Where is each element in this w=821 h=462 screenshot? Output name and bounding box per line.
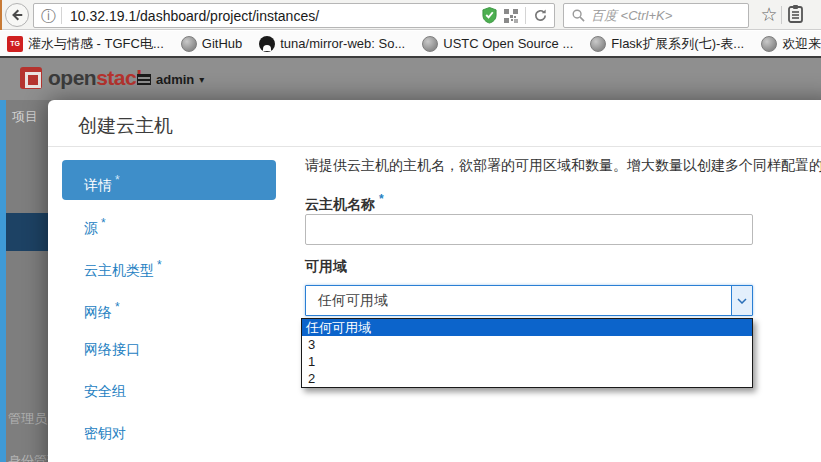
url-bar[interactable]: ⓘ 10.32.19.1/dashboard/project/instances…: [33, 3, 555, 28]
availability-zone-dropdown: 任何可用域312: [301, 318, 753, 388]
sidebar-active-item[interactable]: [6, 213, 48, 251]
required-asterisk: [375, 196, 384, 212]
modal-content: 请提供云主机的主机名，欲部署的可用区域和数量。增大数量以创建多个同样配置的云主机…: [305, 100, 821, 462]
favicon: [590, 36, 606, 52]
tab-label: 网络: [84, 304, 112, 320]
required-asterisk: [98, 220, 106, 236]
bookmark-label: Flask扩展系列(七)-表...: [611, 35, 744, 53]
modal-tab[interactable]: 网络接口: [62, 328, 276, 370]
tab-label: 网络接口: [84, 341, 140, 357]
dropdown-option[interactable]: 1: [302, 353, 752, 370]
sidebar-item-project[interactable]: 项目: [12, 108, 38, 126]
required-asterisk: [112, 304, 120, 320]
openstack-wordmark: openstack: [48, 66, 147, 90]
modal-tab[interactable]: 详情: [62, 160, 276, 200]
bookmark-label: 欢迎来到Flask的世...: [782, 35, 821, 53]
instance-name-label: 云主机名称: [305, 192, 384, 214]
modal-tab-list: 详情 源 云主机类型 网络 网络接口 安全组 密钥对: [62, 160, 276, 454]
bookmark-label: GitHub: [202, 36, 242, 51]
browser-toolbar: ⓘ 10.32.19.1/dashboard/project/instances…: [0, 0, 821, 30]
modal-tab[interactable]: 源: [62, 202, 276, 244]
favicon: [7, 36, 23, 52]
tab-label: 详情: [84, 177, 112, 193]
availability-zone-label: 可用域: [305, 258, 347, 276]
bookmark-label: USTC Open Source ...: [443, 36, 573, 51]
openstack-logo[interactable]: openstack: [20, 66, 147, 90]
sidebar-accent-strip: [0, 100, 6, 462]
user-name: admin: [156, 72, 194, 87]
site-info-icon[interactable]: ⓘ: [34, 8, 61, 23]
back-arrow-icon: [10, 8, 24, 22]
bookmarks-menu-icon[interactable]: [787, 4, 809, 26]
reload-icon[interactable]: [533, 8, 548, 23]
bookmark-item[interactable]: 欢迎来到Flask的世...: [761, 35, 821, 53]
search-input[interactable]: 百度 <Ctrl+K>: [563, 3, 749, 28]
window-edge: [0, 0, 2, 30]
shield-icon[interactable]: [482, 7, 497, 24]
qr-code-icon[interactable]: [504, 9, 518, 23]
selected-value: 任何可用域: [306, 292, 731, 310]
openstack-header: openstack admin ▾: [0, 56, 821, 100]
required-asterisk: [154, 262, 162, 278]
instance-name-input[interactable]: [305, 214, 753, 245]
tab-label: 源: [84, 220, 98, 236]
tab-label: 云主机类型: [84, 262, 154, 278]
bookmark-star-icon[interactable]: ☆: [757, 2, 781, 28]
availability-zone-select[interactable]: 任何可用域: [305, 285, 753, 316]
user-menu[interactable]: admin ▾: [137, 72, 204, 87]
url-text[interactable]: 10.32.19.1/dashboard/project/instances/: [62, 8, 482, 24]
favicon: [422, 36, 438, 52]
bookmarks-bar: 灌水与情感 - TGFC电... GitHub tuna/mirror-web:…: [0, 31, 821, 56]
dropdown-option[interactable]: 任何可用域: [302, 319, 752, 336]
bookmark-item[interactable]: GitHub: [181, 36, 242, 52]
tab-label: 密钥对: [84, 425, 126, 441]
search-icon: [572, 9, 585, 22]
favicon: [259, 36, 275, 52]
favicon: [761, 36, 777, 52]
modal-tab[interactable]: 密钥对: [62, 412, 276, 454]
modal-title: 创建云主机: [78, 113, 173, 139]
bookmark-item[interactable]: tuna/mirror-web: So...: [259, 36, 405, 52]
modal-tab[interactable]: 安全组: [62, 370, 276, 412]
modal-tab[interactable]: 云主机类型: [62, 244, 276, 286]
sidebar-item-admin[interactable]: 管理员: [8, 410, 47, 428]
openstack-cube-icon: [20, 67, 42, 89]
select-arrow-button[interactable]: [731, 286, 752, 315]
dropdown-option[interactable]: 3: [302, 336, 752, 353]
bookmark-label: 灌水与情感 - TGFC电...: [28, 35, 164, 53]
create-instance-modal: 创建云主机 详情 源 云主机类型 网络 网络接口 安全组 密钥对 请提供云主机的…: [48, 100, 821, 462]
dropdown-option[interactable]: 2: [302, 370, 752, 387]
divider: [525, 7, 526, 24]
search-placeholder: 百度 <Ctrl+K>: [591, 7, 672, 25]
required-asterisk: [112, 177, 120, 193]
bookmark-label: tuna/mirror-web: So...: [280, 36, 405, 51]
tab-label: 安全组: [84, 383, 126, 399]
step-description: 请提供云主机的主机名，欲部署的可用区域和数量。增大数量以创建多个同样配置的云主机…: [305, 157, 821, 175]
user-panel-icon: [137, 74, 151, 85]
divider: [781, 6, 782, 24]
caret-down-icon: ▾: [199, 74, 204, 85]
bookmark-item[interactable]: USTC Open Source ...: [422, 36, 573, 52]
back-button[interactable]: [5, 3, 29, 27]
bookmark-item[interactable]: 灌水与情感 - TGFC电...: [7, 35, 164, 53]
modal-tab[interactable]: 网络: [62, 286, 276, 328]
favicon: [181, 36, 197, 52]
bookmark-item[interactable]: Flask扩展系列(七)-表...: [590, 35, 744, 53]
